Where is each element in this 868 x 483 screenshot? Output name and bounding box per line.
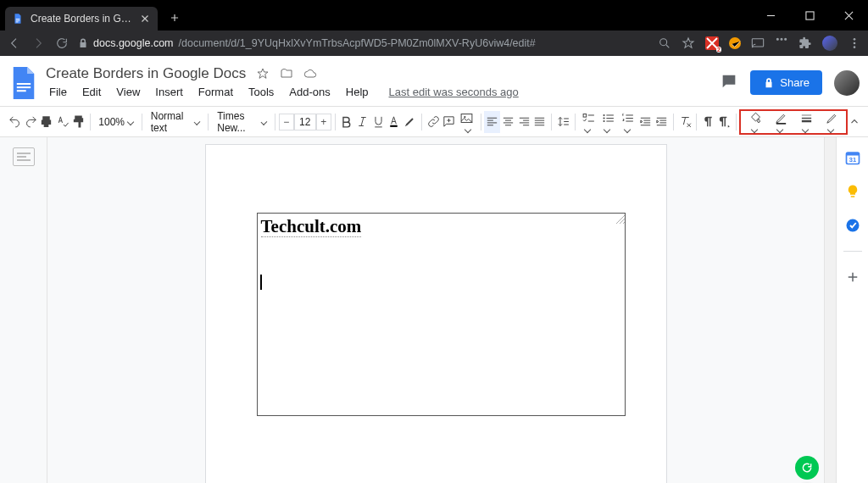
- menu-view[interactable]: View: [113, 84, 143, 100]
- nav-back-button[interactable]: [7, 36, 22, 51]
- window-close-button[interactable]: [829, 0, 868, 31]
- print-button[interactable]: [38, 111, 54, 133]
- workspace: Techcult.com 31: [0, 137, 868, 483]
- window-minimize-button[interactable]: [751, 0, 790, 31]
- spellcheck-button[interactable]: [54, 111, 70, 133]
- bold-button[interactable]: [338, 111, 354, 133]
- text-color-button[interactable]: [387, 111, 403, 133]
- document-outline-button[interactable]: [13, 147, 35, 166]
- extensions-puzzle-icon[interactable]: [798, 36, 812, 50]
- italic-button[interactable]: [354, 111, 370, 133]
- grammarly-icon[interactable]: [795, 456, 819, 480]
- share-button[interactable]: Share: [750, 70, 822, 95]
- menu-file[interactable]: File: [46, 84, 70, 100]
- indent-decrease-button[interactable]: [638, 111, 654, 133]
- tab-close-icon[interactable]: [139, 13, 151, 25]
- svg-point-6: [776, 38, 778, 40]
- cloud-status-icon[interactable]: [303, 67, 317, 80]
- ltr-direction-icon[interactable]: [716, 111, 732, 133]
- move-folder-icon[interactable]: [280, 67, 293, 80]
- svg-rect-18: [583, 114, 587, 118]
- menu-tools[interactable]: Tools: [245, 84, 277, 100]
- redo-button[interactable]: [23, 111, 39, 133]
- menu-addons[interactable]: Add-ons: [286, 84, 333, 100]
- checklist-button[interactable]: [578, 111, 598, 133]
- undo-button[interactable]: [7, 111, 23, 133]
- svg-rect-1: [16, 20, 20, 21]
- window-titlebar: Create Borders in Google Docs -: [0, 0, 868, 31]
- window-maximize-button[interactable]: [790, 0, 829, 31]
- nav-reload-button[interactable]: [54, 36, 70, 51]
- font-size-increase[interactable]: +: [316, 114, 331, 130]
- nav-forward-button[interactable]: [31, 36, 46, 51]
- svg-rect-5: [752, 39, 763, 47]
- svg-rect-13: [17, 86, 31, 88]
- add-addon-button[interactable]: [844, 269, 861, 286]
- bookmark-star-icon[interactable]: [682, 36, 695, 50]
- toolbar-collapse-button[interactable]: [848, 116, 861, 128]
- extension-menu-icon[interactable]: [775, 36, 788, 50]
- cell-resize-handle-icon[interactable]: [616, 214, 625, 222]
- docs-logo-icon[interactable]: [8, 63, 39, 103]
- clear-formatting-button[interactable]: [677, 111, 693, 133]
- docs-favicon-icon: [12, 13, 24, 25]
- paragraph-marks-icon[interactable]: [700, 111, 716, 133]
- last-edit-status[interactable]: Last edit was seconds ago: [386, 84, 522, 100]
- cell-heading-text[interactable]: Techcult.com: [258, 214, 625, 240]
- svg-point-10: [854, 42, 856, 45]
- text-cursor: [260, 275, 262, 290]
- tasks-addon-icon[interactable]: [844, 217, 861, 234]
- table-cell[interactable]: Techcult.com: [257, 213, 626, 416]
- keep-addon-icon[interactable]: [844, 183, 861, 200]
- zoom-select[interactable]: 100%: [93, 116, 138, 128]
- calendar-addon-icon[interactable]: 31: [844, 149, 861, 166]
- svg-point-21: [603, 120, 604, 122]
- numbered-list-button[interactable]: [618, 111, 637, 133]
- menu-format[interactable]: Format: [195, 84, 236, 100]
- browser-tab-active[interactable]: Create Borders in Google Docs -: [5, 7, 158, 31]
- comments-icon[interactable]: [720, 72, 738, 93]
- browser-profile-avatar[interactable]: [822, 36, 837, 51]
- cell-fill-color-button[interactable]: [743, 111, 768, 133]
- extension-shield-icon[interactable]: [729, 37, 741, 49]
- align-center-button[interactable]: [500, 111, 516, 133]
- svg-rect-14: [17, 90, 26, 92]
- underline-button[interactable]: [370, 111, 387, 133]
- zoom-icon[interactable]: [658, 36, 671, 50]
- browser-menu-icon[interactable]: [848, 36, 861, 50]
- new-tab-button[interactable]: [164, 8, 185, 28]
- align-right-button[interactable]: [516, 111, 532, 133]
- menu-edit[interactable]: Edit: [79, 84, 104, 100]
- highlight-color-button[interactable]: [402, 111, 418, 133]
- extension-badge-icon[interactable]: 2: [705, 36, 719, 50]
- add-comment-button[interactable]: [441, 111, 457, 133]
- border-dash-button[interactable]: [819, 111, 844, 133]
- document-page[interactable]: Techcult.com: [205, 144, 667, 483]
- insert-image-button[interactable]: [457, 111, 476, 133]
- account-avatar[interactable]: [834, 70, 860, 96]
- url-bar[interactable]: docs.google.com/document/d/1_9YUqHxlXvYm…: [78, 37, 649, 49]
- svg-text:31: 31: [849, 156, 855, 164]
- url-path: /document/d/1_9YUqHxlXvYmTrbsAcpfWD5-PM0…: [179, 37, 536, 49]
- align-left-button[interactable]: [484, 111, 500, 133]
- border-width-button[interactable]: [793, 111, 819, 133]
- align-justify-button[interactable]: [531, 111, 548, 133]
- document-title[interactable]: Create Borders in Google Docs: [46, 65, 246, 82]
- menu-insert[interactable]: Insert: [152, 84, 186, 100]
- svg-rect-12: [17, 83, 31, 85]
- border-color-button[interactable]: [768, 111, 793, 133]
- line-spacing-button[interactable]: [555, 111, 571, 133]
- paint-format-button[interactable]: [70, 111, 86, 133]
- font-family-select[interactable]: Times New...: [212, 110, 271, 134]
- font-size-decrease[interactable]: −: [279, 114, 294, 130]
- insert-link-button[interactable]: [426, 111, 442, 133]
- menu-help[interactable]: Help: [342, 84, 372, 100]
- vertical-scrollbar[interactable]: [824, 137, 836, 483]
- paragraph-style-select[interactable]: Normal text: [146, 110, 205, 134]
- share-lock-icon: [763, 77, 775, 89]
- cast-icon[interactable]: [751, 36, 765, 50]
- bulleted-list-button[interactable]: [598, 111, 618, 133]
- indent-increase-button[interactable]: [654, 111, 670, 133]
- star-icon[interactable]: [256, 67, 270, 80]
- font-size-input[interactable]: 12: [294, 114, 316, 130]
